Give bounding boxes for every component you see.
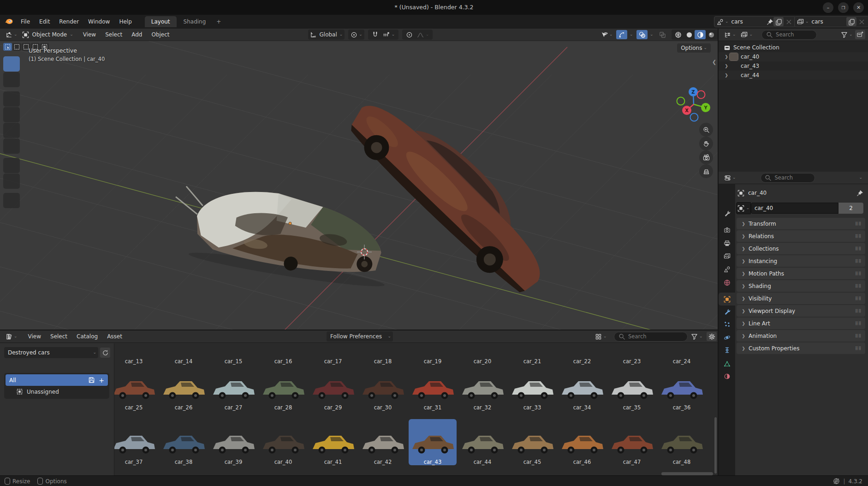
asset-item-car_13[interactable]: car_13: [114, 344, 158, 365]
shading-material-button[interactable]: [695, 30, 706, 39]
shading-rendered-button[interactable]: [706, 30, 717, 39]
panel-line-art[interactable]: ❯ Line Art ⣿⣿: [737, 318, 865, 329]
tool-add-cube[interactable]: [3, 193, 20, 208]
expand-arrow-icon[interactable]: ❯: [723, 73, 730, 78]
asset-menu-asset[interactable]: Asset: [102, 331, 127, 342]
asset-item-car_21[interactable]: car_21: [508, 344, 556, 365]
view-layer-name[interactable]: cars: [809, 18, 826, 25]
users-count-badge[interactable]: 2: [838, 203, 863, 214]
asset-checkbox[interactable]: [114, 344, 119, 353]
falloff-dropdown[interactable]: ⌄: [415, 30, 431, 39]
view-layer-selector[interactable]: ⌄ cars: [794, 16, 868, 27]
asset-item-car_36[interactable]: car_36: [658, 365, 706, 411]
snap-toggle[interactable]: [370, 30, 381, 39]
asset-checkbox[interactable]: [114, 391, 119, 400]
tool-move[interactable]: [3, 91, 20, 107]
asset-menu-catalog[interactable]: Catalog: [72, 331, 102, 342]
asset-checkbox[interactable]: [610, 344, 618, 353]
asset-item-car_25[interactable]: car_25: [114, 365, 158, 411]
properties-editor-type[interactable]: ⌄: [721, 173, 738, 182]
asset-item-car_45[interactable]: car_45: [508, 419, 556, 465]
asset-checkbox[interactable]: [212, 445, 219, 454]
asset-checkbox[interactable]: [212, 391, 219, 400]
add-workspace-button[interactable]: +: [213, 16, 225, 27]
asset-checkbox[interactable]: [511, 445, 518, 454]
tab-render[interactable]: [719, 223, 735, 236]
asset-item-car_33[interactable]: car_33: [508, 365, 556, 411]
pin-scene-icon[interactable]: [766, 18, 773, 25]
expand-arrow-icon[interactable]: ❯: [723, 54, 730, 59]
panel-viewport-display[interactable]: ❯ Viewport Display ⣿⣿: [737, 305, 865, 317]
object-name[interactable]: car_43: [741, 63, 759, 69]
panel-transform[interactable]: ❯ Transform ⣿⣿: [737, 218, 865, 229]
panel-drag-handle[interactable]: ⣿⣿: [855, 246, 862, 251]
close-button[interactable]: ✕: [853, 2, 864, 13]
panel-drag-handle[interactable]: ⣿⣿: [855, 321, 862, 325]
asset-item-car_30[interactable]: car_30: [359, 365, 407, 411]
asset-item-car_34[interactable]: car_34: [558, 365, 606, 411]
menu-help[interactable]: Help: [114, 17, 136, 27]
hide-viewport-icon[interactable]: [844, 62, 851, 70]
asset-item-car_20[interactable]: car_20: [458, 344, 506, 365]
asset-checkbox[interactable]: [361, 344, 369, 353]
breadcrumb-object-name[interactable]: car_40: [748, 190, 767, 196]
shading-wireframe-button[interactable]: [672, 30, 684, 39]
tab-modifiers[interactable]: [719, 305, 735, 318]
object-name[interactable]: car_40: [741, 54, 759, 60]
asset-item-car_37[interactable]: car_37: [114, 419, 158, 465]
shading-solid-button[interactable]: [684, 30, 695, 39]
maximize-button[interactable]: ❐: [838, 2, 849, 13]
asset-item-car_26[interactable]: car_26: [160, 365, 208, 411]
overlays-dropdown[interactable]: ⌄: [650, 33, 654, 36]
asset-checkbox[interactable]: [610, 445, 618, 454]
asset-checkbox[interactable]: [162, 391, 169, 400]
menu-render[interactable]: Render: [54, 17, 83, 27]
tab-view-layer[interactable]: [719, 250, 735, 263]
asset-checkbox[interactable]: [660, 391, 667, 400]
tab-world[interactable]: [719, 276, 735, 289]
workspace-tab-shading[interactable]: Shading: [177, 16, 213, 27]
tool-rotate[interactable]: [3, 107, 20, 122]
catalog-all[interactable]: All +: [6, 374, 108, 386]
pin-id-icon[interactable]: [856, 189, 863, 197]
asset-checkbox[interactable]: [311, 391, 319, 400]
horizontal-scrollbar[interactable]: [661, 472, 713, 475]
asset-filter-dropdown[interactable]: ⌄: [688, 332, 705, 341]
panel-drag-handle[interactable]: ⣿⣿: [855, 234, 862, 238]
snap-settings-dropdown[interactable]: ⌄: [381, 30, 397, 39]
ortho-toggle-button[interactable]: [699, 164, 713, 178]
asset-checkbox[interactable]: [262, 344, 269, 353]
new-collection-button[interactable]: [855, 30, 865, 39]
tab-output[interactable]: [719, 237, 735, 250]
blender-logo-icon[interactable]: [5, 18, 13, 26]
asset-item-car_43[interactable]: car_43: [409, 419, 457, 465]
asset-checkbox[interactable]: [262, 391, 269, 400]
asset-checkbox[interactable]: [511, 391, 518, 400]
scene-selector[interactable]: ⌄ cars: [714, 16, 796, 27]
panel-drag-handle[interactable]: ⣿⣿: [855, 346, 862, 350]
tool-select-box[interactable]: [3, 56, 20, 72]
panel-drag-handle[interactable]: ⣿⣿: [855, 296, 862, 300]
viewport-menu-add[interactable]: Add: [127, 30, 147, 40]
disable-render-icon[interactable]: [855, 72, 862, 79]
asset-checkbox[interactable]: [361, 391, 369, 400]
asset-item-car_41[interactable]: car_41: [309, 419, 357, 465]
tool-scale[interactable]: [3, 123, 20, 138]
menu-window[interactable]: Window: [83, 17, 114, 27]
asset-item-car_46[interactable]: car_46: [558, 419, 606, 465]
select-mode-tweak[interactable]: [3, 43, 12, 51]
tool-measure[interactable]: [3, 174, 20, 189]
panel-drag-handle[interactable]: ⣿⣿: [855, 271, 862, 276]
panel-custom-properties[interactable]: ❯ Custom Properties ⣿⣿: [737, 342, 865, 354]
asset-item-car_31[interactable]: car_31: [409, 365, 457, 411]
sidebar-collapse-arrow[interactable]: ❮: [712, 59, 716, 65]
panel-shading[interactable]: ❯ Shading ⣿⣿: [737, 280, 865, 292]
asset-checkbox[interactable]: [461, 445, 468, 454]
panel-animation[interactable]: ❯ Animation ⣿⣿: [737, 330, 865, 342]
asset-item-car_48[interactable]: car_48: [658, 419, 706, 465]
panel-collections[interactable]: ❯ Collections ⣿⣿: [737, 243, 865, 254]
panel-instancing[interactable]: ❯ Instancing ⣿⣿: [737, 255, 865, 267]
asset-checkbox[interactable]: [660, 445, 667, 454]
show-gizmo-toggle[interactable]: [616, 30, 627, 39]
asset-checkbox[interactable]: [560, 391, 568, 400]
